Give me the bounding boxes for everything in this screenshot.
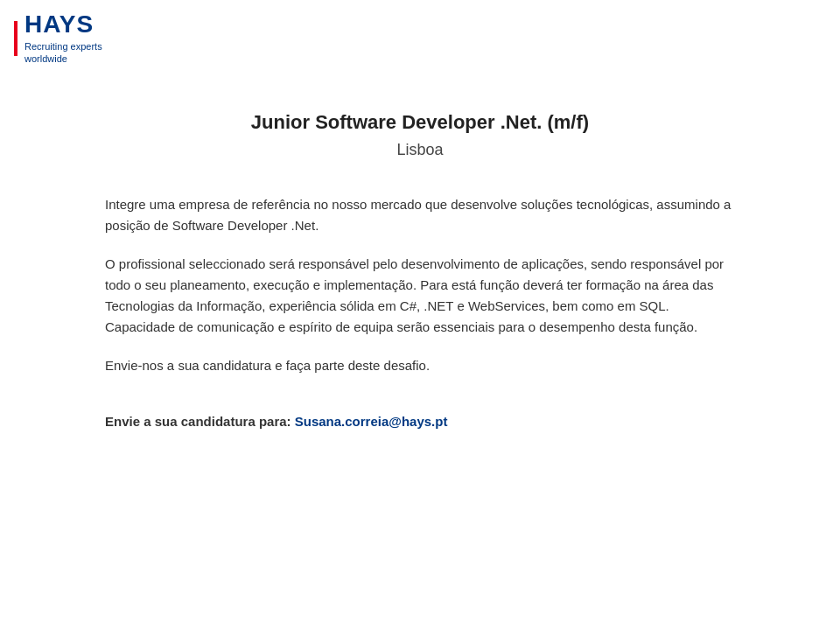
contact-email[interactable]: Susana.correia@hays.pt [295, 414, 448, 429]
contact-line: Envie a sua candidatura para: Susana.cor… [105, 411, 735, 432]
paragraph-cta: Envie-nos a sua candidatura e faça parte… [105, 355, 735, 376]
logo-tagline: Recruiting experts worldwide [24, 40, 102, 66]
header: HAYS Recruiting experts worldwide [0, 0, 840, 76]
logo-hays: HAYS Recruiting experts worldwide [14, 10, 102, 66]
contact-label: Envie a sua candidatura para: [105, 414, 291, 429]
job-title: Junior Software Developer .Net. (m/f) [105, 111, 735, 134]
logo-container: HAYS Recruiting experts worldwide [14, 10, 102, 66]
main-content: Junior Software Developer .Net. (m/f) Li… [0, 76, 840, 467]
paragraph-description: O profissional seleccionado será respons… [105, 254, 735, 338]
paragraph-intro: Integre uma empresa de referência no nos… [105, 194, 735, 236]
job-location: Lisboa [105, 141, 735, 159]
logo-red-bar [14, 21, 18, 56]
logo-text: HAYS [24, 10, 102, 38]
